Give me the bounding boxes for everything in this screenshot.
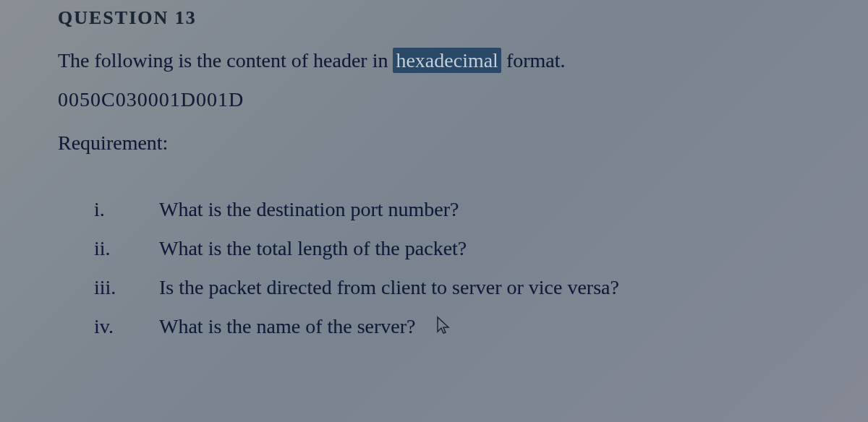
roman-numeral: iv.: [94, 315, 159, 341]
question-item: ii. What is the total length of the pack…: [94, 237, 832, 260]
highlighted-word: hexadecimal: [393, 48, 501, 73]
roman-numeral: i.: [94, 198, 159, 221]
question-item: iii. Is the packet directed from client …: [94, 276, 832, 299]
question-text: What is the total length of the packet?: [159, 237, 832, 260]
question-text: What is the destination port number?: [159, 198, 832, 221]
roman-numeral: ii.: [94, 237, 159, 260]
requirement-label: Requirement:: [58, 132, 832, 155]
question-item: i. What is the destination port number?: [94, 198, 832, 221]
intro-text: The following is the content of header i…: [58, 49, 832, 72]
intro-suffix: format.: [501, 49, 566, 72]
cursor-icon: [435, 316, 451, 341]
question-text: What is the name of the server?: [159, 315, 832, 341]
question-text-label: What is the name of the server?: [159, 315, 416, 337]
roman-numeral: iii.: [94, 276, 159, 299]
question-number-header: QUESTION 13: [58, 7, 832, 29]
question-text: Is the packet directed from client to se…: [159, 276, 832, 299]
hex-content: 0050C030001D001D: [58, 88, 832, 111]
question-item: iv. What is the name of the server?: [94, 315, 832, 341]
questions-list: i. What is the destination port number? …: [58, 198, 832, 341]
intro-prefix: The following is the content of header i…: [58, 49, 393, 72]
